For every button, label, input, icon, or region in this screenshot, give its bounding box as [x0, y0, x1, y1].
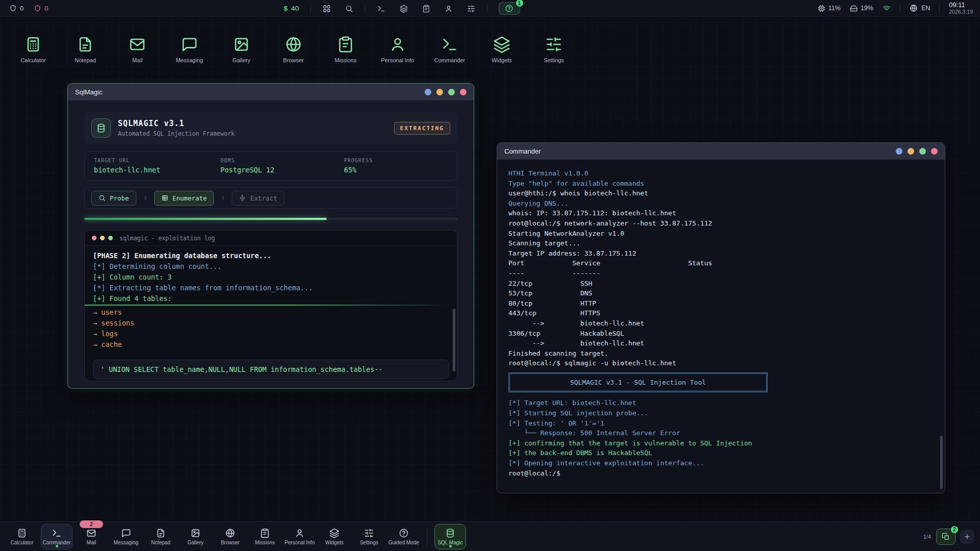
desktop-icon-gallery[interactable]: Gallery [215, 30, 267, 63]
info-field-label: PROGRESS [344, 158, 373, 163]
desktop-icon-calculator[interactable]: Calculator [7, 30, 59, 63]
terminal-line: --> biotech-llc.hnet [508, 318, 934, 329]
workspace-switcher-button[interactable]: 2 [936, 529, 955, 545]
taskbar-item-notepad[interactable]: Notepad [145, 524, 177, 549]
taskbar-item-missions[interactable]: Missions [249, 524, 281, 549]
apps-grid-button[interactable] [322, 4, 331, 13]
sliders-icon [364, 528, 374, 538]
window-control-button[interactable] [908, 148, 914, 155]
desktop-icon-mail[interactable]: Mail [111, 30, 163, 63]
globe-icon [285, 36, 302, 53]
sliders-icon [467, 5, 475, 13]
language-selector[interactable]: EN [910, 4, 930, 12]
desktop-icon-commander[interactable]: Commander [424, 30, 476, 63]
log-header: sqlmagic - exploitation log [85, 231, 457, 246]
taskbar-items: CalculatorCommander2MailMessagingNotepad… [6, 524, 466, 549]
pipeline-button-label: Extract [250, 194, 277, 202]
taskbar-item-gallery[interactable]: Gallery [180, 524, 211, 549]
disk-usage-value: 19% [861, 5, 873, 12]
widgets-button[interactable] [399, 4, 408, 13]
separator [365, 5, 365, 13]
messaging-icon [181, 36, 198, 53]
table-icon [161, 194, 168, 202]
sqlmagic-titlebar[interactable]: SqlMagic [68, 84, 474, 101]
globe-icon [225, 528, 235, 538]
pipeline-panel: ProbeEnumerateExtract [84, 187, 457, 209]
pipeline-button-extract[interactable]: Extract [232, 191, 284, 206]
taskbar-item-browser[interactable]: Browser [214, 524, 246, 549]
mail-icon [129, 36, 146, 53]
app-icon-box [91, 118, 111, 138]
wifi-status[interactable] [883, 4, 891, 12]
wifi-icon [883, 4, 891, 12]
taskbar-item-label: Widgets [325, 540, 344, 545]
info-field-progress: PROGRESS65% [344, 158, 373, 174]
layers-icon [400, 5, 408, 13]
terminal-button[interactable] [377, 4, 386, 13]
taskbar-item-settings[interactable]: Settings [353, 524, 385, 549]
desktop-icon-label: Settings [544, 57, 564, 63]
messaging-icon [121, 528, 131, 538]
workspace-pager: 1/4 2 [923, 529, 974, 545]
search-button[interactable] [345, 4, 354, 13]
desktop-icon-widgets[interactable]: Widgets [476, 30, 528, 63]
taskbar-item-label: Mail [87, 540, 96, 545]
missions-button[interactable] [422, 4, 431, 13]
log-scrollbar[interactable] [453, 309, 455, 371]
terminal-icon [377, 5, 385, 13]
desktop-icon-browser[interactable]: Browser [267, 30, 320, 63]
time: 09:11 [949, 2, 973, 9]
gallery-icon [233, 36, 250, 53]
taskbar-item-label: Messaging [114, 540, 138, 545]
window-control-button[interactable] [896, 148, 902, 155]
profile-button[interactable] [444, 4, 453, 13]
taskbar-item-personal-info[interactable]: Personal Info [284, 524, 315, 549]
taskbar-item-messaging[interactable]: Messaging [110, 524, 142, 549]
taskbar-item-calculator[interactable]: Calculator [6, 524, 38, 549]
log-line: → logs [93, 329, 449, 339]
sqlmagic-banner: SQLMAGIC v3.1 - SQL Injection Tool [508, 372, 768, 393]
separator [900, 4, 900, 12]
taskbar-item-sql-magic[interactable]: SQL Magic [434, 524, 466, 549]
terminal-line: user@hthi:/$ whois biotech-llc.hnet [508, 188, 934, 198]
terminal-scrollbar[interactable] [940, 436, 943, 489]
window-control-button[interactable] [436, 89, 443, 95]
window-control-button[interactable] [460, 89, 467, 95]
taskbar-item-guided-mode[interactable]: Guided Mode [388, 524, 420, 549]
window-control-button[interactable] [448, 89, 455, 95]
window-control-button[interactable] [425, 89, 431, 95]
desktop-icon-messaging[interactable]: Messaging [163, 30, 215, 63]
window-control-button[interactable] [931, 148, 938, 155]
taskbar-notification-badge: 2 [80, 520, 103, 528]
commander-titlebar[interactable]: Commander [497, 143, 945, 160]
desktop-icon-personal-info[interactable]: Personal Info [372, 30, 424, 63]
desktop-icon-settings[interactable]: Settings [528, 30, 580, 63]
shield-counter-gray: 0 [9, 5, 23, 12]
taskbar-item-widgets[interactable]: Widgets [318, 524, 350, 549]
taskbar-item-label: Commander [42, 540, 70, 545]
window-control-button[interactable] [919, 148, 926, 155]
settings-button[interactable] [467, 4, 476, 13]
mail-icon [86, 528, 96, 538]
add-workspace-button[interactable] [961, 530, 974, 543]
gallery-icon [190, 528, 201, 538]
info-field-label: TARGET URL [94, 158, 220, 163]
terminal-output[interactable]: HTHI Terminal v1.0.0Type "help" for avai… [497, 160, 945, 493]
terminal-line: 443/tcp HTTPS [508, 308, 934, 318]
dot-pink [92, 236, 96, 240]
help-icon [399, 528, 409, 538]
workspace-page-indicator: 1/4 [923, 534, 931, 540]
taskbar-item-commander[interactable]: Commander [41, 524, 72, 549]
desktop-icon-notepad[interactable]: Notepad [59, 30, 111, 63]
desktop-icon-missions[interactable]: Missions [320, 30, 372, 63]
currency-symbol: $ [284, 5, 288, 12]
dot-green [108, 236, 113, 240]
terminal-line: root@local:/$ network-analyzer --host 33… [508, 218, 934, 229]
pipeline-button-probe[interactable]: Probe [91, 191, 136, 206]
window-title: SqlMagic [75, 88, 102, 96]
pipeline-button-enumerate[interactable]: Enumerate [154, 191, 214, 206]
taskbar-item-mail[interactable]: 2Mail [76, 524, 107, 549]
desktop-icon-label: Calculator [20, 57, 46, 63]
guided-help-button[interactable]: 1 [499, 2, 520, 15]
money-value: 40 [291, 5, 299, 12]
